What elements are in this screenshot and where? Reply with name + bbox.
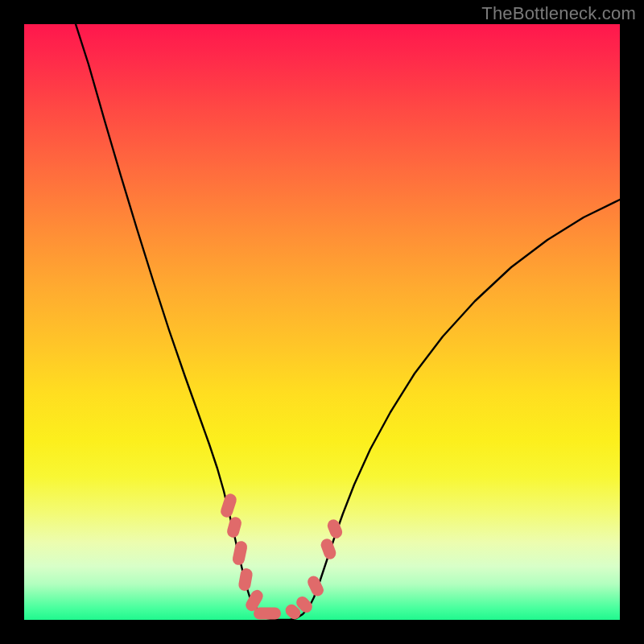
curve-marker — [283, 602, 303, 620]
watermark-label: TheBottleneck.com — [481, 3, 636, 24]
curve-marker — [294, 594, 315, 615]
curve-marker — [244, 588, 266, 613]
plot-area — [24, 24, 620, 620]
curve-marker — [237, 568, 254, 592]
curve-marker — [232, 540, 249, 566]
curve-marker — [306, 574, 326, 598]
curve-marker — [225, 516, 242, 539]
chart-svg — [24, 24, 620, 620]
curve-marker — [320, 537, 338, 561]
bottleneck-curve — [76, 24, 620, 620]
curve-marker — [326, 518, 345, 540]
curve-marker — [219, 492, 238, 518]
chart-frame: TheBottleneck.com — [0, 0, 644, 644]
curve-marker — [254, 608, 281, 620]
curve-markers — [219, 492, 344, 620]
